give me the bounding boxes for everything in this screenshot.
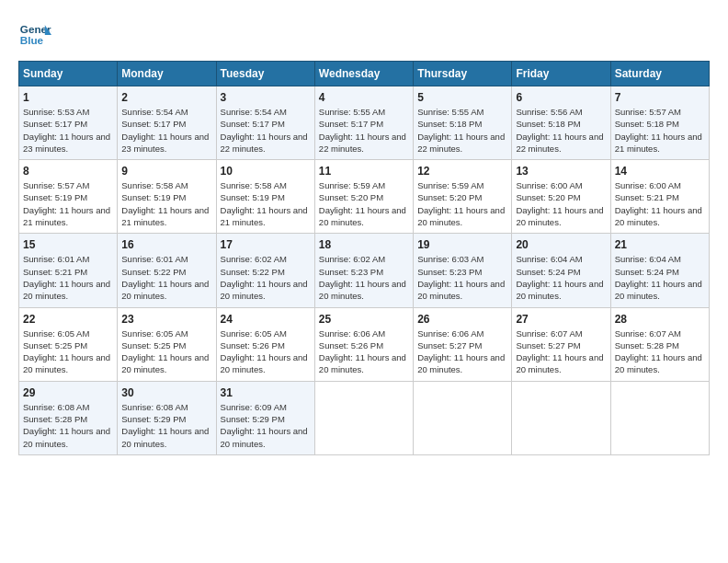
calendar-cell: 14 Sunrise: 6:00 AM Sunset: 5:21 PM Dayl… xyxy=(610,160,709,234)
calendar-cell: 22 Sunrise: 6:05 AM Sunset: 5:25 PM Dayl… xyxy=(19,307,118,381)
calendar-cell: 8 Sunrise: 5:57 AM Sunset: 5:19 PM Dayli… xyxy=(19,160,118,234)
calendar-cell: 23 Sunrise: 6:05 AM Sunset: 5:25 PM Dayl… xyxy=(118,307,216,381)
day-number: 14 xyxy=(615,165,705,178)
day-info: Sunrise: 6:01 AM Sunset: 5:22 PM Dayligh… xyxy=(121,253,211,302)
calendar-cell: 15 Sunrise: 6:01 AM Sunset: 5:21 PM Dayl… xyxy=(19,234,118,307)
day-info: Sunrise: 6:08 AM Sunset: 5:28 PM Dayligh… xyxy=(23,401,113,450)
day-info: Sunrise: 5:55 AM Sunset: 5:18 PM Dayligh… xyxy=(417,106,507,155)
calendar-cell: 19 Sunrise: 6:03 AM Sunset: 5:23 PM Dayl… xyxy=(414,234,512,307)
calendar-cell xyxy=(314,381,413,454)
day-info: Sunrise: 6:08 AM Sunset: 5:29 PM Dayligh… xyxy=(121,401,211,450)
day-info: Sunrise: 5:59 AM Sunset: 5:20 PM Dayligh… xyxy=(319,179,409,228)
calendar-table: SundayMondayTuesdayWednesdayThursdayFrid… xyxy=(18,61,710,455)
svg-text:Blue: Blue xyxy=(20,34,44,46)
calendar-week-row: 29 Sunrise: 6:08 AM Sunset: 5:28 PM Dayl… xyxy=(19,381,710,454)
day-number: 20 xyxy=(516,238,606,251)
calendar-cell: 11 Sunrise: 5:59 AM Sunset: 5:20 PM Dayl… xyxy=(314,160,413,234)
calendar-cell: 24 Sunrise: 6:05 AM Sunset: 5:26 PM Dayl… xyxy=(216,307,314,381)
day-info: Sunrise: 6:05 AM Sunset: 5:25 PM Dayligh… xyxy=(23,327,113,376)
day-number: 9 xyxy=(121,165,211,178)
day-info: Sunrise: 6:04 AM Sunset: 5:24 PM Dayligh… xyxy=(615,253,705,302)
calendar-cell: 26 Sunrise: 6:06 AM Sunset: 5:27 PM Dayl… xyxy=(414,307,512,381)
calendar-cell: 4 Sunrise: 5:55 AM Sunset: 5:17 PM Dayli… xyxy=(314,86,413,160)
day-number: 16 xyxy=(121,238,211,251)
day-info: Sunrise: 5:58 AM Sunset: 5:19 PM Dayligh… xyxy=(221,179,311,228)
day-info: Sunrise: 6:00 AM Sunset: 5:21 PM Dayligh… xyxy=(615,179,705,228)
calendar-cell: 9 Sunrise: 5:58 AM Sunset: 5:19 PM Dayli… xyxy=(118,160,216,234)
day-number: 12 xyxy=(417,165,507,178)
day-info: Sunrise: 6:06 AM Sunset: 5:27 PM Dayligh… xyxy=(417,327,507,376)
day-info: Sunrise: 5:58 AM Sunset: 5:19 PM Dayligh… xyxy=(121,179,211,228)
day-info: Sunrise: 5:54 AM Sunset: 5:17 PM Dayligh… xyxy=(221,106,311,155)
day-number: 24 xyxy=(221,313,311,326)
calendar-day-header: Sunday xyxy=(19,62,118,86)
day-info: Sunrise: 6:09 AM Sunset: 5:29 PM Dayligh… xyxy=(221,401,311,450)
day-number: 1 xyxy=(23,91,113,104)
day-info: Sunrise: 6:06 AM Sunset: 5:26 PM Dayligh… xyxy=(319,327,409,376)
day-number: 17 xyxy=(221,238,311,251)
calendar-cell: 10 Sunrise: 5:58 AM Sunset: 5:19 PM Dayl… xyxy=(216,160,314,234)
calendar-cell xyxy=(414,381,512,454)
day-info: Sunrise: 6:07 AM Sunset: 5:27 PM Dayligh… xyxy=(516,327,606,376)
calendar-header-row: SundayMondayTuesdayWednesdayThursdayFrid… xyxy=(19,62,710,86)
day-info: Sunrise: 5:53 AM Sunset: 5:17 PM Dayligh… xyxy=(23,106,113,155)
calendar-week-row: 22 Sunrise: 6:05 AM Sunset: 5:25 PM Dayl… xyxy=(19,307,710,381)
day-number: 29 xyxy=(23,386,113,399)
day-number: 5 xyxy=(417,91,507,104)
calendar-cell: 28 Sunrise: 6:07 AM Sunset: 5:28 PM Dayl… xyxy=(610,307,709,381)
day-info: Sunrise: 6:05 AM Sunset: 5:26 PM Dayligh… xyxy=(221,327,311,376)
calendar-cell: 21 Sunrise: 6:04 AM Sunset: 5:24 PM Dayl… xyxy=(610,234,709,307)
day-number: 8 xyxy=(23,165,113,178)
day-number: 13 xyxy=(516,165,606,178)
calendar-cell: 27 Sunrise: 6:07 AM Sunset: 5:27 PM Dayl… xyxy=(512,307,610,381)
day-number: 22 xyxy=(23,313,113,326)
day-number: 2 xyxy=(121,91,211,104)
calendar-week-row: 8 Sunrise: 5:57 AM Sunset: 5:19 PM Dayli… xyxy=(19,160,710,234)
page-header: General Blue xyxy=(18,18,710,52)
calendar-cell xyxy=(512,381,610,454)
calendar-day-header: Saturday xyxy=(610,62,709,86)
day-number: 6 xyxy=(516,91,606,104)
calendar-day-header: Tuesday xyxy=(216,62,314,86)
day-info: Sunrise: 5:57 AM Sunset: 5:18 PM Dayligh… xyxy=(615,106,705,155)
day-number: 11 xyxy=(319,165,409,178)
day-number: 23 xyxy=(121,313,211,326)
day-info: Sunrise: 6:05 AM Sunset: 5:25 PM Dayligh… xyxy=(121,327,211,376)
calendar-cell: 2 Sunrise: 5:54 AM Sunset: 5:17 PM Dayli… xyxy=(118,86,216,160)
day-number: 19 xyxy=(417,238,507,251)
calendar-cell xyxy=(610,381,709,454)
day-info: Sunrise: 5:55 AM Sunset: 5:17 PM Dayligh… xyxy=(319,106,409,155)
day-number: 7 xyxy=(615,91,705,104)
calendar-cell: 30 Sunrise: 6:08 AM Sunset: 5:29 PM Dayl… xyxy=(118,381,216,454)
calendar-cell: 18 Sunrise: 6:02 AM Sunset: 5:23 PM Dayl… xyxy=(314,234,413,307)
calendar-week-row: 15 Sunrise: 6:01 AM Sunset: 5:21 PM Dayl… xyxy=(19,234,710,307)
calendar-cell: 29 Sunrise: 6:08 AM Sunset: 5:28 PM Dayl… xyxy=(19,381,118,454)
calendar-cell: 12 Sunrise: 5:59 AM Sunset: 5:20 PM Dayl… xyxy=(414,160,512,234)
day-number: 18 xyxy=(319,238,409,251)
calendar-cell: 31 Sunrise: 6:09 AM Sunset: 5:29 PM Dayl… xyxy=(216,381,314,454)
calendar-cell: 16 Sunrise: 6:01 AM Sunset: 5:22 PM Dayl… xyxy=(118,234,216,307)
calendar-cell: 3 Sunrise: 5:54 AM Sunset: 5:17 PM Dayli… xyxy=(216,86,314,160)
calendar-cell: 1 Sunrise: 5:53 AM Sunset: 5:17 PM Dayli… xyxy=(19,86,118,160)
logo-icon: General Blue xyxy=(18,18,51,52)
calendar-week-row: 1 Sunrise: 5:53 AM Sunset: 5:17 PM Dayli… xyxy=(19,86,710,160)
day-info: Sunrise: 6:02 AM Sunset: 5:22 PM Dayligh… xyxy=(221,253,311,302)
day-number: 4 xyxy=(319,91,409,104)
day-info: Sunrise: 6:00 AM Sunset: 5:20 PM Dayligh… xyxy=(516,179,606,228)
day-info: Sunrise: 5:54 AM Sunset: 5:17 PM Dayligh… xyxy=(121,106,211,155)
day-info: Sunrise: 6:07 AM Sunset: 5:28 PM Dayligh… xyxy=(615,327,705,376)
day-number: 3 xyxy=(221,91,311,104)
day-number: 30 xyxy=(121,386,211,399)
calendar-day-header: Friday xyxy=(512,62,610,86)
day-info: Sunrise: 6:03 AM Sunset: 5:23 PM Dayligh… xyxy=(417,253,507,302)
day-number: 21 xyxy=(615,238,705,251)
calendar-cell: 6 Sunrise: 5:56 AM Sunset: 5:18 PM Dayli… xyxy=(512,86,610,160)
calendar-cell: 20 Sunrise: 6:04 AM Sunset: 5:24 PM Dayl… xyxy=(512,234,610,307)
calendar-cell: 7 Sunrise: 5:57 AM Sunset: 5:18 PM Dayli… xyxy=(610,86,709,160)
calendar-cell: 13 Sunrise: 6:00 AM Sunset: 5:20 PM Dayl… xyxy=(512,160,610,234)
day-info: Sunrise: 5:59 AM Sunset: 5:20 PM Dayligh… xyxy=(417,179,507,228)
day-number: 28 xyxy=(615,313,705,326)
day-info: Sunrise: 5:56 AM Sunset: 5:18 PM Dayligh… xyxy=(516,106,606,155)
calendar-cell: 17 Sunrise: 6:02 AM Sunset: 5:22 PM Dayl… xyxy=(216,234,314,307)
logo: General Blue xyxy=(18,18,51,52)
